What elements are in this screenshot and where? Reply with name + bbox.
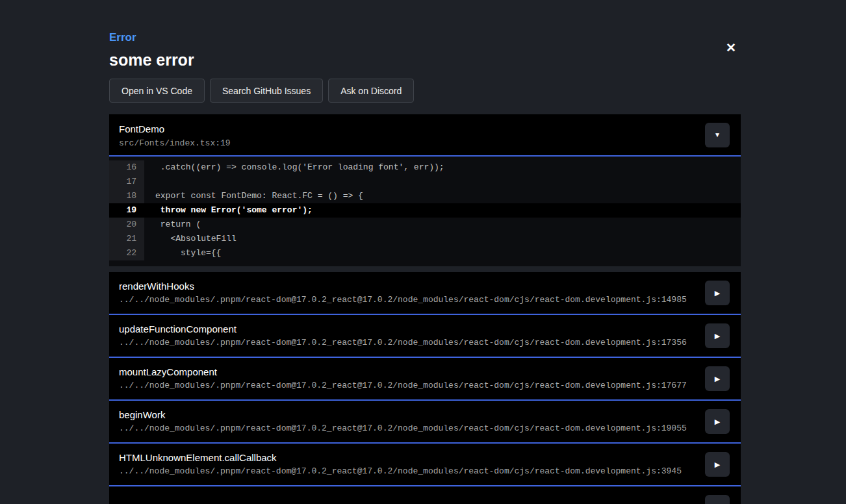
chevron-right-icon: ▶ <box>715 333 720 340</box>
collapse-source-button[interactable]: ▼ <box>705 123 730 147</box>
code-line: 20 return ( <box>109 218 741 232</box>
code-text: throw new Error('some error'); <box>144 203 741 218</box>
stack-frame-row: beginWork ../../node_modules/.pnpm/react… <box>109 401 741 444</box>
open-in-vscode-button[interactable]: Open in VS Code <box>109 79 205 103</box>
stack-frame-path: ../../node_modules/.pnpm/react-dom@17.0.… <box>119 338 730 347</box>
stack-frame-function: HTMLUnknownElement.callCallback <box>119 452 730 463</box>
search-github-issues-button[interactable]: Search GitHub Issues <box>210 79 323 103</box>
code-line: 18 export const FontDemo: React.FC = () … <box>109 189 741 203</box>
expand-frame-button[interactable]: ▶ <box>705 409 730 434</box>
action-buttons-row: Open in VS Code Search GitHub Issues Ask… <box>109 79 414 103</box>
stack-frame-path: ../../node_modules/.pnpm/react-dom@17.0.… <box>119 295 730 305</box>
chevron-right-icon: ▶ <box>715 375 720 383</box>
code-line: 17 <box>109 175 741 189</box>
line-number: 19 <box>109 203 144 218</box>
expand-frame-button[interactable]: ▶ <box>705 281 730 305</box>
code-line: 21 <AbsoluteFill <box>109 232 741 246</box>
chevron-right-icon: ▶ <box>715 290 720 297</box>
code-line-highlighted: 19 throw new Error('some error'); <box>109 203 741 218</box>
close-button[interactable]: ✕ <box>721 38 741 57</box>
stack-frame-function: beginWork <box>119 409 730 420</box>
stack-frame-row: updateFunctionComponent ../../node_modul… <box>109 315 741 358</box>
code-text: style={{ <box>144 246 741 260</box>
error-overlay: { "colors": { "page_bg": "#1e2127", "car… <box>0 0 846 504</box>
line-number: 17 <box>109 175 144 189</box>
error-message-title: some error <box>109 51 194 69</box>
line-number: 18 <box>109 189 144 203</box>
stack-frame-function: updateFunctionComponent <box>119 323 730 334</box>
chevron-down-icon: ▼ <box>714 132 721 138</box>
code-text: return ( <box>144 218 741 232</box>
code-text: .catch((err) => console.log('Error loadi… <box>144 160 741 175</box>
ask-on-discord-button[interactable]: Ask on Discord <box>328 79 414 103</box>
line-number: 16 <box>109 160 144 175</box>
stack-frame-path: ../../node_modules/.pnpm/react-dom@17.0.… <box>119 381 730 390</box>
source-frame-card: FontDemo src/Fonts/index.tsx:19 ▼ 16 .ca… <box>109 114 741 266</box>
stack-frame-row: HTMLUnknownElement.callCallback ../../no… <box>109 444 741 486</box>
code-line: 22 style={{ <box>109 246 741 260</box>
code-text: export const FontDemo: React.FC = () => … <box>144 189 741 203</box>
line-number: 20 <box>109 218 144 232</box>
source-frame-header: FontDemo src/Fonts/index.tsx:19 ▼ <box>109 114 741 155</box>
stack-frame-path: ../../node_modules/.pnpm/react-dom@17.0.… <box>119 466 730 476</box>
stack-trace-list: renderWithHooks ../../node_modules/.pnpm… <box>109 272 741 504</box>
stack-frame-row-partial: ▶ <box>109 486 741 504</box>
stack-frame-row: mountLazyComponent ../../node_modules/.p… <box>109 358 741 401</box>
code-line: 16 .catch((err) => console.log('Error lo… <box>109 160 741 175</box>
code-text: <AbsoluteFill <box>144 232 741 246</box>
code-snippet: 16 .catch((err) => console.log('Error lo… <box>109 157 741 266</box>
error-kicker: Error <box>109 31 136 44</box>
source-frame-title: FontDemo <box>119 123 730 134</box>
source-frame-location: src/Fonts/index.tsx:19 <box>119 138 730 148</box>
stack-frame-row: renderWithHooks ../../node_modules/.pnpm… <box>109 272 741 315</box>
code-text <box>144 175 741 189</box>
stack-frame-path: ../../node_modules/.pnpm/react-dom@17.0.… <box>119 423 730 433</box>
expand-frame-button[interactable]: ▶ <box>705 366 730 391</box>
stack-frame-function: mountLazyComponent <box>119 366 730 377</box>
line-number: 21 <box>109 232 144 246</box>
line-number: 22 <box>109 246 144 260</box>
stack-frame-function: renderWithHooks <box>119 281 730 292</box>
close-icon: ✕ <box>726 40 736 55</box>
expand-frame-button[interactable]: ▶ <box>705 323 730 348</box>
expand-frame-button[interactable]: ▶ <box>705 495 730 504</box>
chevron-right-icon: ▶ <box>715 418 720 425</box>
chevron-right-icon: ▶ <box>715 461 720 468</box>
expand-frame-button[interactable]: ▶ <box>705 452 730 477</box>
